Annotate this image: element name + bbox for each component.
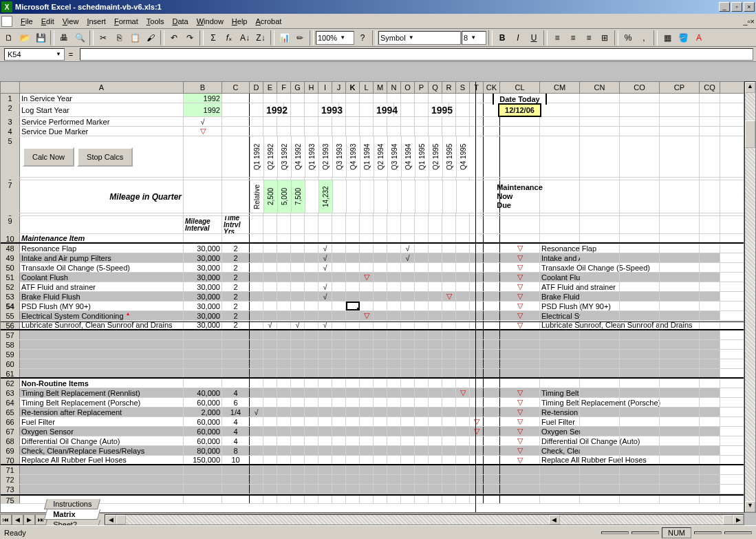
cell[interactable] [360, 127, 374, 136]
cell[interactable] [700, 475, 720, 484]
cell[interactable] [346, 292, 360, 301]
cell[interactable] [470, 359, 484, 368]
cell[interactable] [415, 292, 429, 301]
cell[interactable] [360, 446, 374, 455]
cell[interactable] [360, 398, 374, 407]
cell[interactable] [429, 302, 442, 310]
cell[interactable] [500, 475, 540, 484]
cell[interactable] [387, 379, 401, 388]
cell[interactable] [318, 496, 332, 503]
cell[interactable] [456, 292, 470, 301]
cell[interactable] [332, 496, 346, 503]
cell[interactable] [580, 94, 620, 103]
cell[interactable] [291, 388, 305, 397]
cell[interactable] [540, 340, 580, 349]
cell[interactable] [346, 350, 360, 359]
cell[interactable] [660, 234, 700, 242]
cell[interactable] [318, 465, 332, 474]
cell[interactable] [291, 282, 305, 291]
cell[interactable] [700, 446, 720, 455]
cell[interactable] [470, 465, 484, 474]
cell[interactable] [456, 302, 470, 310]
cell[interactable] [305, 350, 318, 359]
cell[interactable] [332, 427, 346, 436]
cell[interactable] [620, 398, 660, 407]
cell[interactable]: 12/12/06 [500, 103, 540, 116]
cell[interactable] [401, 178, 415, 180]
cell[interactable] [620, 136, 660, 177]
cell[interactable]: ▽ [360, 273, 374, 282]
cell[interactable]: Q1 1994 [360, 136, 374, 177]
cell[interactable] [580, 417, 620, 426]
cell[interactable] [484, 178, 500, 180]
cell[interactable]: 60,000 [184, 398, 222, 407]
cell[interactable]: √ [318, 244, 332, 253]
cell[interactable] [332, 94, 346, 103]
cell[interactable] [580, 436, 620, 445]
cell[interactable] [374, 340, 387, 349]
col-header-C[interactable]: C [222, 82, 250, 93]
cell[interactable] [291, 408, 305, 416]
cell[interactable] [360, 456, 374, 464]
cell[interactable] [374, 94, 387, 103]
cell[interactable] [387, 475, 401, 484]
cell[interactable] [20, 496, 184, 503]
cell[interactable]: 1995 [435, 103, 449, 116]
cell[interactable] [470, 103, 484, 116]
cell[interactable] [360, 216, 374, 233]
cell[interactable] [484, 340, 500, 349]
cell[interactable] [305, 379, 318, 388]
cell[interactable] [346, 475, 360, 484]
cell[interactable] [332, 216, 346, 233]
cell[interactable] [442, 446, 456, 455]
cell[interactable] [318, 216, 332, 233]
cell[interactable] [184, 350, 222, 359]
cell[interactable] [401, 485, 415, 494]
row-header-64[interactable]: 64 [1, 398, 20, 407]
cell[interactable] [620, 475, 660, 484]
cell[interactable] [620, 369, 660, 377]
cell[interactable]: Timing Belt Replacement (Rennlist) [540, 388, 580, 397]
cell[interactable] [20, 350, 184, 359]
menu-acrobat[interactable]: Acrobat [251, 16, 285, 27]
cell[interactable] [305, 273, 318, 282]
cell[interactable] [360, 496, 374, 503]
cell[interactable] [540, 379, 580, 388]
cell[interactable] [263, 465, 277, 474]
cell[interactable]: 60,000 [184, 417, 222, 426]
cell[interactable] [374, 282, 387, 291]
cell[interactable]: 2 [222, 311, 250, 320]
cell[interactable] [346, 103, 360, 116]
formula-bar[interactable] [80, 48, 753, 61]
cell[interactable] [580, 398, 620, 407]
cell[interactable] [401, 273, 415, 282]
cell[interactable] [305, 456, 318, 464]
cell[interactable] [346, 178, 360, 180]
cell[interactable] [20, 475, 184, 484]
cell[interactable] [250, 398, 263, 407]
cell[interactable] [291, 496, 305, 503]
cell[interactable]: Brake Fluid Flush [20, 292, 184, 301]
cell[interactable] [250, 127, 263, 136]
cell[interactable] [277, 436, 291, 445]
fill-color-button[interactable]: 🪣 [676, 30, 691, 45]
cell[interactable] [484, 253, 500, 262]
bold-button[interactable]: B [495, 30, 510, 45]
cell[interactable] [470, 340, 484, 349]
cell[interactable] [360, 475, 374, 484]
cell[interactable]: Time Intrvl Yrs [222, 216, 250, 233]
cell[interactable] [429, 417, 442, 426]
cell[interactable] [700, 302, 720, 310]
cell[interactable] [700, 263, 720, 272]
cell[interactable] [291, 94, 305, 103]
cell[interactable] [332, 398, 346, 407]
scroll-left-button[interactable]: ◀ [105, 515, 116, 525]
cell[interactable] [20, 330, 184, 339]
cell[interactable] [580, 253, 620, 262]
cell[interactable]: Q1 1995 [415, 136, 429, 177]
col-header-N[interactable]: N [387, 82, 401, 93]
cell[interactable] [429, 216, 442, 233]
cell[interactable] [332, 436, 346, 445]
row-header-52[interactable]: 52 [1, 282, 20, 291]
cell[interactable]: 2 [222, 302, 250, 310]
